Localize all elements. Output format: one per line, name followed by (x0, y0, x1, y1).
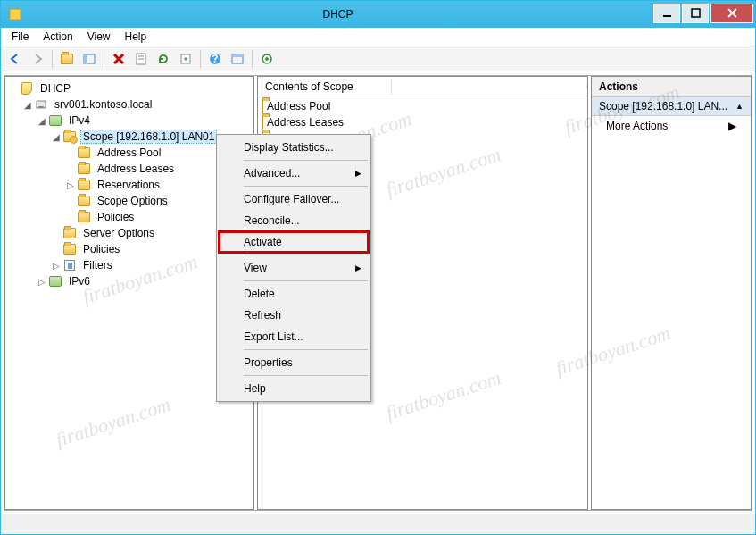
collapse-icon: ▲ (735, 102, 744, 111)
ctx-properties[interactable]: Properties (219, 352, 369, 373)
folder-icon (62, 226, 77, 240)
tree-filters[interactable]: ▷Filters (7, 257, 252, 273)
svg-rect-2 (692, 9, 700, 17)
minimize-button[interactable] (653, 4, 680, 23)
delete-button[interactable] (108, 48, 129, 70)
folder-icon (77, 178, 91, 192)
expander-icon[interactable]: ◢ (36, 116, 48, 126)
toolbar-separator (200, 50, 201, 68)
expander-icon[interactable]: ◢ (50, 132, 62, 142)
show-hide-button[interactable] (79, 48, 100, 70)
tree-ipv4[interactable]: ◢IPv4 (7, 113, 252, 129)
tree-root[interactable]: DHCP (7, 80, 252, 96)
app-window: DHCP File Action View Help ? DHCP ◢srv00… (0, 0, 756, 535)
tree-address-pool[interactable]: Address Pool (7, 145, 252, 161)
column-spacer (392, 85, 587, 88)
actions-header: Actions (592, 77, 751, 97)
ipv6-icon (48, 274, 62, 288)
up-button[interactable] (56, 48, 78, 70)
tree-server[interactable]: ◢srv001.kontoso.local (7, 96, 252, 113)
menu-separator (244, 160, 368, 161)
actions-group-scope[interactable]: Scope [192.168.1.0] LAN...▲ (592, 97, 751, 116)
menu-separator (244, 186, 368, 187)
tree-address-leases[interactable]: Address Leases (7, 161, 252, 177)
ctx-advanced[interactable]: Advanced...▶ (219, 163, 369, 184)
actions-more[interactable]: More Actions▶ (592, 116, 751, 136)
content-area: DHCP ◢srv001.kontoso.local ◢IPv4 ◢Scope … (4, 75, 752, 511)
menu-action[interactable]: Action (36, 29, 79, 45)
ctx-reconcile[interactable]: Reconcile... (219, 210, 369, 231)
toolbar-separator (104, 50, 104, 68)
expander-icon[interactable]: ▷ (50, 261, 62, 271)
toolbar: ? (1, 46, 755, 71)
close-button[interactable] (710, 4, 753, 23)
tree-scope[interactable]: ◢Scope [192.168.1.0] LAN01 (7, 129, 252, 145)
ctx-display-statistics[interactable]: Display Statistics... (219, 137, 369, 158)
folder-icon (77, 210, 91, 224)
app-icon (8, 7, 22, 21)
tree-policies[interactable]: Policies (7, 241, 252, 257)
menu-separator (244, 280, 368, 281)
menu-separator (244, 375, 368, 376)
context-menu: Display Statistics... Advanced...▶ Confi… (216, 134, 371, 402)
action-button[interactable] (256, 48, 278, 70)
ctx-delete[interactable]: Delete (219, 283, 369, 305)
ctx-view[interactable]: View▶ (219, 257, 369, 279)
expander-icon[interactable]: ◢ (21, 100, 34, 110)
ctx-refresh[interactable]: Refresh (219, 305, 369, 326)
actions-pane: Actions Scope [192.168.1.0] LAN...▲ More… (591, 76, 752, 510)
ctx-configure-failover[interactable]: Configure Failover... (219, 188, 369, 210)
tree-scope-policies[interactable]: Policies (7, 209, 252, 225)
folder-icon (262, 116, 263, 129)
dhcp-icon (20, 81, 34, 96)
svg-rect-6 (84, 54, 87, 63)
tree-server-options[interactable]: Server Options (7, 225, 252, 241)
folder-icon (77, 162, 91, 176)
window-title: DHCP (22, 8, 653, 21)
expander-icon[interactable]: ▷ (64, 180, 77, 190)
maximize-button[interactable] (682, 4, 709, 23)
svg-rect-19 (38, 106, 44, 108)
folder-icon (77, 146, 91, 160)
tree-reservations[interactable]: ▷Reservations (7, 177, 252, 193)
svg-rect-16 (232, 54, 243, 57)
server-icon (34, 97, 48, 112)
export-button[interactable] (175, 48, 196, 70)
tree-ipv6[interactable]: ▷IPv6 (7, 273, 252, 289)
expander-icon[interactable]: ▷ (36, 277, 48, 287)
tree-scope-options[interactable]: Scope Options (7, 193, 252, 209)
menu-view[interactable]: View (80, 29, 118, 45)
menubar: File Action View Help (1, 28, 755, 46)
scope-icon (62, 130, 77, 144)
submenu-arrow-icon: ▶ (355, 263, 361, 272)
statusbar (1, 514, 755, 534)
back-button[interactable] (4, 48, 26, 70)
ctx-export-list[interactable]: Export List... (219, 326, 369, 347)
properties-button[interactable] (130, 48, 152, 70)
folder-icon (62, 242, 77, 256)
svg-rect-0 (10, 9, 21, 20)
svg-text:?: ? (212, 53, 218, 65)
submenu-arrow-icon: ▶ (728, 120, 736, 132)
ctx-activate[interactable]: Activate (219, 231, 369, 253)
forward-button[interactable] (27, 48, 48, 70)
folder-icon (262, 100, 263, 113)
toolbar-separator (52, 50, 53, 68)
refresh-button[interactable] (153, 48, 174, 70)
filter-icon (62, 258, 77, 272)
ipv4-icon (48, 113, 62, 128)
console-tree-button[interactable] (227, 48, 248, 70)
help-button[interactable]: ? (204, 48, 226, 70)
column-header[interactable]: Contents of Scope (258, 77, 587, 96)
menu-separator (244, 255, 368, 255)
menu-file[interactable]: File (4, 29, 36, 45)
list-item[interactable]: Address Pool (262, 98, 584, 114)
titlebar: DHCP (1, 1, 755, 28)
toolbar-separator (252, 50, 253, 68)
column-contents[interactable]: Contents of Scope (258, 79, 392, 95)
ctx-help[interactable]: Help (219, 378, 369, 399)
submenu-arrow-icon: ▶ (355, 169, 361, 178)
menu-help[interactable]: Help (118, 29, 154, 45)
folder-icon (77, 194, 91, 208)
list-item[interactable]: Address Leases (262, 114, 584, 130)
